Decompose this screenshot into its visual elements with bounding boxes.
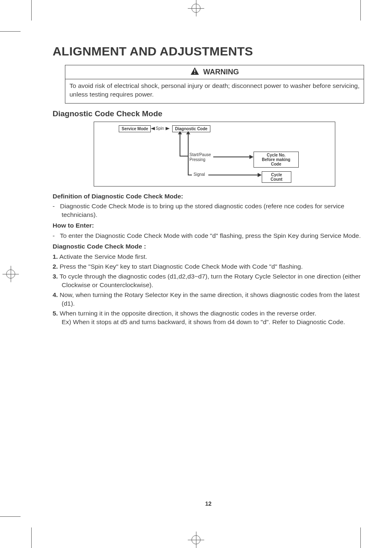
diagram-service-mode: Service Mode (119, 125, 151, 132)
section-heading: Diagnostic Code Check Mode (53, 109, 364, 118)
crop-mark (360, 0, 361, 21)
arrow-up-icon (186, 131, 190, 134)
step-5: 5. When turning it in the opposite direc… (53, 309, 364, 318)
diagram-cycle-no-box: Cycle No. Before making Code (254, 152, 299, 168)
svg-marker-8 (258, 173, 262, 177)
definition-heading: Definition of Diagnostic Code Check Mode… (53, 192, 364, 200)
step-1: 1. Activate the Service Mode first. (53, 253, 364, 261)
diagram-cycle-no: Cycle No. (256, 153, 296, 157)
svg-marker-7 (249, 155, 254, 159)
diagram-cycle-count: Cycle Count (262, 171, 291, 183)
howto-heading: How to Enter: (53, 221, 364, 230)
list-item: - To enter the Diagnostic Code Check Mod… (53, 232, 364, 240)
definition-text: Diagnostic Code Check Mode is to bring u… (60, 203, 344, 218)
step-3: 3. To cycle through the diagnostic codes… (53, 272, 364, 289)
diagram-line (213, 157, 250, 157)
page-number: 12 (53, 500, 364, 507)
diagram-start-pause: Start/Pause (189, 152, 211, 157)
warning-header: WARNING (65, 65, 364, 79)
svg-rect-2 (194, 73, 195, 74)
diagram-pressing: Pressing (189, 157, 205, 162)
step-4: 4. Now, when turning the Rotary Selector… (53, 291, 364, 308)
mode-heading: Diagnostic Code Check Mode : (53, 242, 364, 251)
warning-label: WARNING (203, 68, 239, 76)
crop-mark (31, 527, 32, 548)
arrow-right-icon (166, 127, 170, 130)
diagram-line (208, 175, 258, 175)
list-item: - Diagnostic Code Check Mode is to bring… (53, 202, 364, 219)
diagram: Service Mode Spin Diagnostic Code Start/… (94, 122, 335, 187)
step-5b: Ex) When it stops at d5 and turns backwa… (53, 318, 364, 326)
crop-mark (360, 527, 361, 548)
arrow-left-icon (151, 127, 155, 130)
howto-text: To enter the Diagnostic Code Check Mode … (60, 232, 361, 239)
registration-mark (188, 532, 204, 548)
diagram-before-making: Before making Code (256, 157, 296, 166)
svg-marker-3 (151, 127, 155, 130)
svg-rect-1 (194, 69, 195, 72)
svg-marker-5 (178, 131, 182, 134)
page-title: ALIGNMENT AND ADJUSTMENTS (53, 44, 364, 58)
arrow-up-icon (178, 131, 182, 134)
warning-icon (190, 67, 199, 77)
diagram-line (188, 175, 192, 175)
svg-marker-4 (166, 127, 170, 130)
warning-box: WARNING To avoid risk of electrical shoc… (65, 65, 364, 104)
arrow-right-icon (249, 155, 254, 159)
diagram-line (180, 156, 188, 157)
diagram-spin-label: Spin (156, 126, 164, 131)
diagram-signal: Signal (194, 172, 205, 177)
registration-mark (188, 0, 204, 16)
crop-mark (0, 31, 21, 32)
arrow-right-icon (258, 173, 262, 177)
warning-text: To avoid risk of electrical shock, perso… (65, 79, 364, 103)
step-2: 2. Press the "Spin Key" key to start Dia… (53, 262, 364, 271)
body-content: Definition of Diagnostic Code Check Mode… (53, 192, 364, 326)
diagram-line (180, 132, 180, 156)
svg-marker-6 (186, 131, 190, 134)
diagram-line (188, 132, 189, 175)
crop-mark (0, 516, 21, 517)
crop-mark (31, 0, 32, 21)
registration-mark (2, 266, 19, 282)
